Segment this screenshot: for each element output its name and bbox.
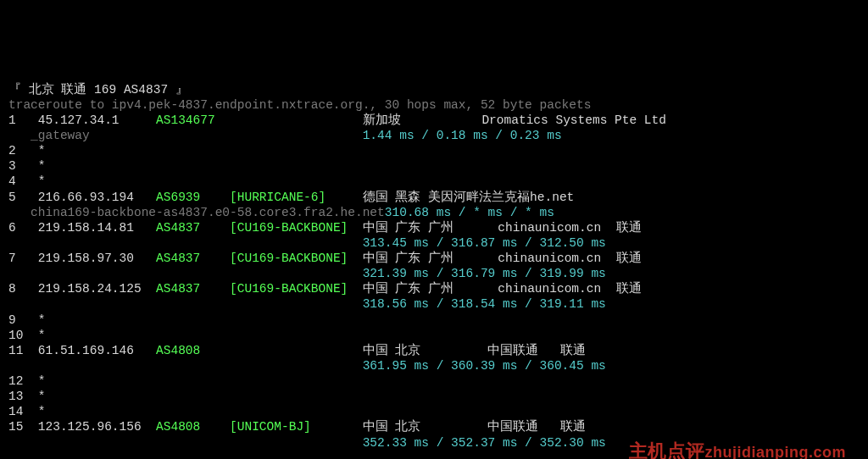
- terminal-output: 『 北京 联通 169 AS4837 』 traceroute to ipv4.…: [8, 82, 860, 451]
